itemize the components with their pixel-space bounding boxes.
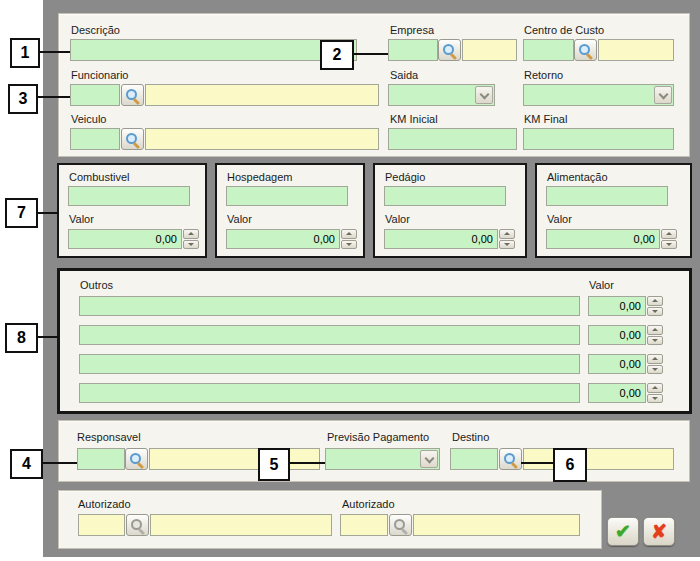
spin-up-button[interactable] bbox=[183, 229, 199, 239]
responsavel-code-input[interactable] bbox=[77, 448, 125, 470]
outros-input[interactable] bbox=[79, 325, 580, 345]
descricao-input[interactable] bbox=[70, 39, 357, 61]
spin-down-button[interactable] bbox=[647, 307, 663, 317]
spin-up-button[interactable] bbox=[647, 383, 663, 393]
alimentacao-valor-input[interactable] bbox=[546, 229, 660, 249]
combustivel-label: Combustivel bbox=[69, 171, 130, 183]
autorizado-label: Autorizado bbox=[78, 498, 131, 510]
spin-up-button[interactable] bbox=[661, 229, 677, 239]
callout-5: 5 bbox=[258, 448, 290, 481]
alimentacao-valor-spinner[interactable] bbox=[661, 229, 677, 249]
confirm-button[interactable]: ✔ bbox=[607, 517, 639, 546]
empresa-search-button[interactable] bbox=[438, 39, 461, 61]
callout-line bbox=[43, 462, 77, 464]
chevron-down-icon[interactable] bbox=[475, 86, 493, 104]
outros-input[interactable] bbox=[79, 383, 580, 403]
outros-valor-input[interactable] bbox=[588, 383, 646, 403]
veiculo-name-input[interactable] bbox=[145, 128, 379, 150]
centro-de-custo-search-button[interactable] bbox=[574, 39, 597, 61]
arrow-down-icon bbox=[346, 243, 352, 246]
spin-down-button[interactable] bbox=[647, 394, 663, 404]
arrow-down-icon bbox=[652, 310, 658, 313]
km-inicial-input[interactable] bbox=[388, 128, 517, 150]
pedagio-valor-spinner[interactable] bbox=[499, 229, 515, 249]
callout-line bbox=[38, 51, 70, 53]
veiculo-code-input[interactable] bbox=[70, 128, 120, 150]
outros-label: Outros bbox=[80, 279, 113, 291]
callout-number: 2 bbox=[333, 46, 342, 64]
empresa-name-input[interactable] bbox=[462, 39, 517, 61]
autorizado-name-input[interactable] bbox=[150, 514, 332, 536]
spin-down-button[interactable] bbox=[341, 240, 357, 250]
arrow-down-icon bbox=[652, 397, 658, 400]
spin-down-button[interactable] bbox=[647, 336, 663, 346]
destino-name-input[interactable] bbox=[523, 448, 674, 470]
spin-down-button[interactable] bbox=[183, 240, 199, 250]
search-icon bbox=[130, 518, 145, 533]
outros-input[interactable] bbox=[79, 296, 580, 316]
spin-up-button[interactable] bbox=[341, 229, 357, 239]
saida-select[interactable] bbox=[388, 84, 495, 106]
destino-code-input[interactable] bbox=[450, 448, 498, 470]
callout-line bbox=[354, 53, 388, 55]
hospedagem-label: Hospedagem bbox=[227, 171, 292, 183]
combustivel-valor-spinner[interactable] bbox=[183, 229, 199, 249]
spin-up-button[interactable] bbox=[499, 229, 515, 239]
chevron-down-icon[interactable] bbox=[654, 86, 672, 104]
spin-down-button[interactable] bbox=[647, 365, 663, 375]
funcionario-code-input[interactable] bbox=[70, 84, 120, 106]
autorizado-search-button[interactable] bbox=[389, 514, 412, 536]
hospedagem-valor-spinner[interactable] bbox=[341, 229, 357, 249]
outros-valor-spinner[interactable] bbox=[647, 296, 663, 316]
outros-valor-input[interactable] bbox=[588, 296, 646, 316]
x-icon: ✘ bbox=[651, 520, 667, 543]
spin-down-button[interactable] bbox=[499, 240, 515, 250]
outros-valor-spinner[interactable] bbox=[647, 354, 663, 374]
outros-input[interactable] bbox=[79, 354, 580, 374]
spin-up-button[interactable] bbox=[647, 325, 663, 335]
outros-valor-label: Valor bbox=[589, 279, 614, 291]
outros-valor-spinner[interactable] bbox=[647, 325, 663, 345]
responsavel-search-button[interactable] bbox=[125, 448, 148, 470]
autorizado-code-input[interactable] bbox=[78, 514, 125, 536]
hospedagem-input[interactable] bbox=[226, 186, 348, 206]
outros-valor-input[interactable] bbox=[588, 354, 646, 374]
retorno-select[interactable] bbox=[523, 84, 674, 106]
arrow-up-icon bbox=[652, 357, 658, 360]
callout-number: 7 bbox=[17, 204, 26, 222]
hospedagem-valor-input[interactable] bbox=[226, 229, 340, 249]
pedagio-valor-label: Valor bbox=[385, 213, 410, 225]
autorizado-search-button[interactable] bbox=[126, 514, 149, 536]
combustivel-valor-input[interactable] bbox=[68, 229, 182, 249]
spin-up-button[interactable] bbox=[647, 296, 663, 306]
pedagio-valor-input[interactable] bbox=[384, 229, 498, 249]
centro-de-custo-name-input[interactable] bbox=[598, 39, 674, 61]
funcionario-name-input[interactable] bbox=[145, 84, 379, 106]
veiculo-search-button[interactable] bbox=[121, 128, 144, 150]
search-icon bbox=[125, 88, 140, 103]
empresa-code-input[interactable] bbox=[388, 39, 438, 61]
previsao-pagamento-select[interactable] bbox=[325, 448, 440, 470]
outros-valor-spinner[interactable] bbox=[647, 383, 663, 403]
callout-number: 6 bbox=[566, 456, 575, 474]
autorizado-code-input[interactable] bbox=[340, 514, 388, 536]
alimentacao-input[interactable] bbox=[546, 186, 668, 206]
search-icon bbox=[129, 452, 144, 467]
spin-up-button[interactable] bbox=[647, 354, 663, 364]
previsao-pagamento-label: Previsão Pagamento bbox=[327, 431, 429, 443]
pedagio-input[interactable] bbox=[384, 186, 506, 206]
cancel-button[interactable]: ✘ bbox=[643, 517, 675, 546]
combustivel-input[interactable] bbox=[68, 186, 190, 206]
outros-valor-input[interactable] bbox=[588, 325, 646, 345]
km-final-input[interactable] bbox=[523, 128, 674, 150]
spin-down-button[interactable] bbox=[661, 240, 677, 250]
funcionario-search-button[interactable] bbox=[121, 84, 144, 106]
arrow-down-icon bbox=[504, 243, 510, 246]
callout-6: 6 bbox=[553, 448, 587, 482]
arrow-up-icon bbox=[346, 232, 352, 235]
autorizado-name-input[interactable] bbox=[413, 514, 580, 536]
responsavel-name-input[interactable] bbox=[149, 448, 320, 470]
chevron-down-icon[interactable] bbox=[420, 450, 438, 468]
destino-search-button[interactable] bbox=[499, 448, 522, 470]
centro-de-custo-code-input[interactable] bbox=[523, 39, 574, 61]
